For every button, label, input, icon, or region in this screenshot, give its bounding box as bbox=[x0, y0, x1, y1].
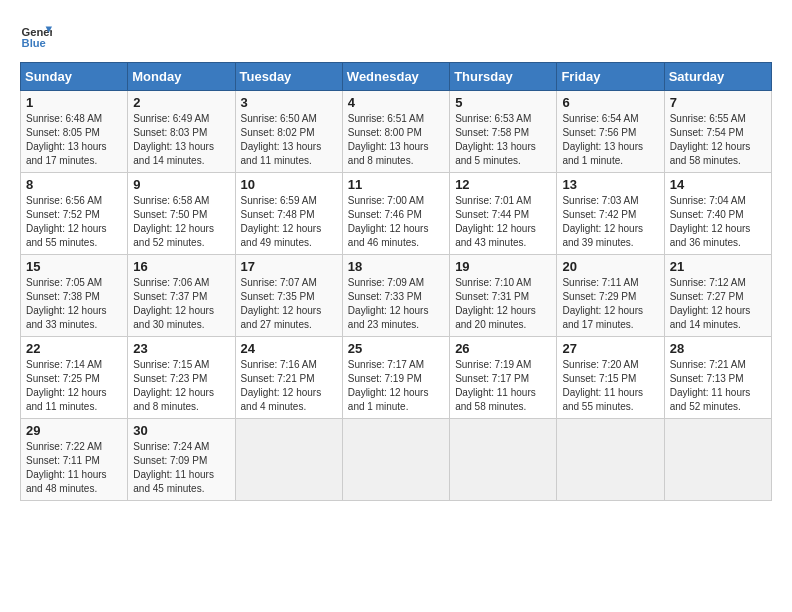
day-info: Sunrise: 7:20 AM Sunset: 7:15 PM Dayligh… bbox=[562, 358, 658, 414]
day-info: Sunrise: 7:05 AM Sunset: 7:38 PM Dayligh… bbox=[26, 276, 122, 332]
calendar-cell: 26Sunrise: 7:19 AM Sunset: 7:17 PM Dayli… bbox=[450, 337, 557, 419]
day-number: 10 bbox=[241, 177, 337, 192]
day-number: 8 bbox=[26, 177, 122, 192]
day-info: Sunrise: 7:24 AM Sunset: 7:09 PM Dayligh… bbox=[133, 440, 229, 496]
weekday-header-friday: Friday bbox=[557, 63, 664, 91]
day-number: 27 bbox=[562, 341, 658, 356]
calendar-cell: 3Sunrise: 6:50 AM Sunset: 8:02 PM Daylig… bbox=[235, 91, 342, 173]
day-number: 15 bbox=[26, 259, 122, 274]
calendar-cell: 28Sunrise: 7:21 AM Sunset: 7:13 PM Dayli… bbox=[664, 337, 771, 419]
day-info: Sunrise: 7:17 AM Sunset: 7:19 PM Dayligh… bbox=[348, 358, 444, 414]
day-number: 4 bbox=[348, 95, 444, 110]
weekday-header-row: SundayMondayTuesdayWednesdayThursdayFrid… bbox=[21, 63, 772, 91]
day-number: 5 bbox=[455, 95, 551, 110]
calendar-cell: 15Sunrise: 7:05 AM Sunset: 7:38 PM Dayli… bbox=[21, 255, 128, 337]
day-number: 9 bbox=[133, 177, 229, 192]
calendar-cell: 8Sunrise: 6:56 AM Sunset: 7:52 PM Daylig… bbox=[21, 173, 128, 255]
calendar-cell: 10Sunrise: 6:59 AM Sunset: 7:48 PM Dayli… bbox=[235, 173, 342, 255]
header: General Blue bbox=[20, 20, 772, 52]
day-info: Sunrise: 7:22 AM Sunset: 7:11 PM Dayligh… bbox=[26, 440, 122, 496]
day-info: Sunrise: 6:55 AM Sunset: 7:54 PM Dayligh… bbox=[670, 112, 766, 168]
weekday-header-wednesday: Wednesday bbox=[342, 63, 449, 91]
calendar-cell bbox=[450, 419, 557, 501]
day-info: Sunrise: 6:50 AM Sunset: 8:02 PM Dayligh… bbox=[241, 112, 337, 168]
calendar-cell: 24Sunrise: 7:16 AM Sunset: 7:21 PM Dayli… bbox=[235, 337, 342, 419]
calendar-cell: 1Sunrise: 6:48 AM Sunset: 8:05 PM Daylig… bbox=[21, 91, 128, 173]
day-number: 28 bbox=[670, 341, 766, 356]
calendar-cell: 23Sunrise: 7:15 AM Sunset: 7:23 PM Dayli… bbox=[128, 337, 235, 419]
calendar-cell: 17Sunrise: 7:07 AM Sunset: 7:35 PM Dayli… bbox=[235, 255, 342, 337]
day-number: 14 bbox=[670, 177, 766, 192]
calendar-cell: 11Sunrise: 7:00 AM Sunset: 7:46 PM Dayli… bbox=[342, 173, 449, 255]
day-info: Sunrise: 7:19 AM Sunset: 7:17 PM Dayligh… bbox=[455, 358, 551, 414]
calendar-week-4: 22Sunrise: 7:14 AM Sunset: 7:25 PM Dayli… bbox=[21, 337, 772, 419]
calendar-cell: 16Sunrise: 7:06 AM Sunset: 7:37 PM Dayli… bbox=[128, 255, 235, 337]
calendar-cell: 25Sunrise: 7:17 AM Sunset: 7:19 PM Dayli… bbox=[342, 337, 449, 419]
day-info: Sunrise: 6:49 AM Sunset: 8:03 PM Dayligh… bbox=[133, 112, 229, 168]
calendar-cell: 7Sunrise: 6:55 AM Sunset: 7:54 PM Daylig… bbox=[664, 91, 771, 173]
day-info: Sunrise: 6:59 AM Sunset: 7:48 PM Dayligh… bbox=[241, 194, 337, 250]
day-info: Sunrise: 7:09 AM Sunset: 7:33 PM Dayligh… bbox=[348, 276, 444, 332]
calendar-cell: 14Sunrise: 7:04 AM Sunset: 7:40 PM Dayli… bbox=[664, 173, 771, 255]
calendar-cell: 18Sunrise: 7:09 AM Sunset: 7:33 PM Dayli… bbox=[342, 255, 449, 337]
day-number: 1 bbox=[26, 95, 122, 110]
day-info: Sunrise: 6:53 AM Sunset: 7:58 PM Dayligh… bbox=[455, 112, 551, 168]
day-number: 18 bbox=[348, 259, 444, 274]
day-number: 3 bbox=[241, 95, 337, 110]
day-info: Sunrise: 7:10 AM Sunset: 7:31 PM Dayligh… bbox=[455, 276, 551, 332]
day-number: 20 bbox=[562, 259, 658, 274]
weekday-header-monday: Monday bbox=[128, 63, 235, 91]
calendar-table: SundayMondayTuesdayWednesdayThursdayFrid… bbox=[20, 62, 772, 501]
day-info: Sunrise: 7:21 AM Sunset: 7:13 PM Dayligh… bbox=[670, 358, 766, 414]
calendar-cell: 4Sunrise: 6:51 AM Sunset: 8:00 PM Daylig… bbox=[342, 91, 449, 173]
weekday-header-saturday: Saturday bbox=[664, 63, 771, 91]
calendar-cell bbox=[342, 419, 449, 501]
logo: General Blue bbox=[20, 20, 56, 52]
day-number: 19 bbox=[455, 259, 551, 274]
weekday-header-tuesday: Tuesday bbox=[235, 63, 342, 91]
day-number: 16 bbox=[133, 259, 229, 274]
calendar-cell bbox=[664, 419, 771, 501]
day-info: Sunrise: 6:51 AM Sunset: 8:00 PM Dayligh… bbox=[348, 112, 444, 168]
calendar-cell: 19Sunrise: 7:10 AM Sunset: 7:31 PM Dayli… bbox=[450, 255, 557, 337]
day-number: 6 bbox=[562, 95, 658, 110]
day-info: Sunrise: 6:54 AM Sunset: 7:56 PM Dayligh… bbox=[562, 112, 658, 168]
calendar-week-5: 29Sunrise: 7:22 AM Sunset: 7:11 PM Dayli… bbox=[21, 419, 772, 501]
calendar-week-3: 15Sunrise: 7:05 AM Sunset: 7:38 PM Dayli… bbox=[21, 255, 772, 337]
day-info: Sunrise: 7:16 AM Sunset: 7:21 PM Dayligh… bbox=[241, 358, 337, 414]
day-info: Sunrise: 7:06 AM Sunset: 7:37 PM Dayligh… bbox=[133, 276, 229, 332]
calendar-cell: 20Sunrise: 7:11 AM Sunset: 7:29 PM Dayli… bbox=[557, 255, 664, 337]
day-number: 13 bbox=[562, 177, 658, 192]
day-info: Sunrise: 7:07 AM Sunset: 7:35 PM Dayligh… bbox=[241, 276, 337, 332]
day-number: 26 bbox=[455, 341, 551, 356]
calendar-cell: 27Sunrise: 7:20 AM Sunset: 7:15 PM Dayli… bbox=[557, 337, 664, 419]
day-number: 29 bbox=[26, 423, 122, 438]
svg-text:Blue: Blue bbox=[22, 37, 46, 49]
day-number: 23 bbox=[133, 341, 229, 356]
day-number: 25 bbox=[348, 341, 444, 356]
calendar-cell bbox=[235, 419, 342, 501]
day-info: Sunrise: 7:11 AM Sunset: 7:29 PM Dayligh… bbox=[562, 276, 658, 332]
calendar-cell: 12Sunrise: 7:01 AM Sunset: 7:44 PM Dayli… bbox=[450, 173, 557, 255]
day-number: 24 bbox=[241, 341, 337, 356]
calendar-cell: 21Sunrise: 7:12 AM Sunset: 7:27 PM Dayli… bbox=[664, 255, 771, 337]
day-info: Sunrise: 6:48 AM Sunset: 8:05 PM Dayligh… bbox=[26, 112, 122, 168]
day-info: Sunrise: 7:03 AM Sunset: 7:42 PM Dayligh… bbox=[562, 194, 658, 250]
day-number: 30 bbox=[133, 423, 229, 438]
day-number: 22 bbox=[26, 341, 122, 356]
day-info: Sunrise: 7:14 AM Sunset: 7:25 PM Dayligh… bbox=[26, 358, 122, 414]
day-info: Sunrise: 7:01 AM Sunset: 7:44 PM Dayligh… bbox=[455, 194, 551, 250]
calendar-cell: 2Sunrise: 6:49 AM Sunset: 8:03 PM Daylig… bbox=[128, 91, 235, 173]
calendar-cell: 13Sunrise: 7:03 AM Sunset: 7:42 PM Dayli… bbox=[557, 173, 664, 255]
day-number: 11 bbox=[348, 177, 444, 192]
calendar-cell: 6Sunrise: 6:54 AM Sunset: 7:56 PM Daylig… bbox=[557, 91, 664, 173]
day-info: Sunrise: 7:04 AM Sunset: 7:40 PM Dayligh… bbox=[670, 194, 766, 250]
calendar-cell: 29Sunrise: 7:22 AM Sunset: 7:11 PM Dayli… bbox=[21, 419, 128, 501]
calendar-cell: 9Sunrise: 6:58 AM Sunset: 7:50 PM Daylig… bbox=[128, 173, 235, 255]
day-info: Sunrise: 7:15 AM Sunset: 7:23 PM Dayligh… bbox=[133, 358, 229, 414]
day-info: Sunrise: 7:00 AM Sunset: 7:46 PM Dayligh… bbox=[348, 194, 444, 250]
calendar-cell: 30Sunrise: 7:24 AM Sunset: 7:09 PM Dayli… bbox=[128, 419, 235, 501]
day-info: Sunrise: 6:58 AM Sunset: 7:50 PM Dayligh… bbox=[133, 194, 229, 250]
weekday-header-sunday: Sunday bbox=[21, 63, 128, 91]
logo-icon: General Blue bbox=[20, 20, 52, 52]
